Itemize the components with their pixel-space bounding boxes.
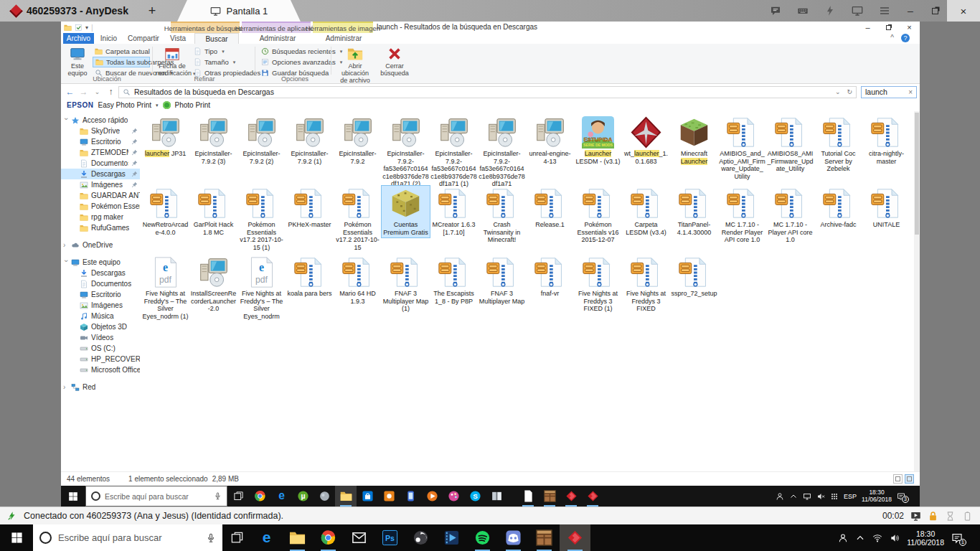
- file-item[interactable]: EpicInstaller-7.9.2-fa53e667c0164c1e8b93…: [382, 115, 430, 189]
- opciones-avanzadas-button[interactable]: Opciones avanzadas▾: [259, 57, 328, 67]
- tab-compartir[interactable]: Compartir: [123, 33, 164, 44]
- microphone-icon[interactable]: [206, 533, 216, 543]
- ribbon-collapse-button[interactable]: ^: [890, 34, 894, 42]
- cerrar-busqueda-button[interactable]: Cerrar búsqueda: [378, 45, 411, 77]
- file-item[interactable]: Crash Twinsanity in Minecraft!: [478, 186, 526, 245]
- abrir-ubicacion-button[interactable]: Abrir ubicación de archivo: [335, 45, 375, 77]
- file-item[interactable]: Five Nights at Freddy's – The Silver Eye…: [141, 255, 189, 321]
- file-item[interactable]: EpicInstaller-7.9.2 (1): [286, 115, 334, 166]
- minecraft-taskbar-button[interactable]: [529, 524, 560, 551]
- sidebar-item-ztemodem33[interactable]: ZTEMODEM33: [61, 147, 140, 158]
- tamano-button[interactable]: Tamaño▾: [192, 57, 253, 67]
- file-item[interactable]: unreal-engine-4-13: [526, 115, 574, 166]
- sidebar-item-skydrive[interactable]: SkyDrive: [61, 126, 140, 136]
- tab-inicio[interactable]: Inicio: [94, 33, 123, 44]
- anydesk-close-button[interactable]: ×: [947, 0, 980, 22]
- file-item[interactable]: UNITALE: [862, 186, 910, 230]
- file-item[interactable]: Carpeta LESDM (v3.4): [622, 186, 670, 237]
- show-hidden-icons-chevron[interactable]: [855, 533, 865, 543]
- store-taskbar-button[interactable]: [357, 486, 378, 507]
- file-item[interactable]: sspro_72_setup: [670, 255, 718, 299]
- anydesk-minimize-button[interactable]: –: [898, 0, 923, 22]
- sidebar-item-descargas[interactable]: Descargas: [61, 268, 140, 278]
- edge-taskbar-button[interactable]: [270, 486, 292, 507]
- explorer-taskbar-button[interactable]: [335, 486, 357, 507]
- sidebar-item-m-sica[interactable]: Música: [61, 311, 140, 321]
- tab-buscar[interactable]: Buscar: [194, 33, 239, 44]
- new-session-tab-button[interactable]: +: [140, 0, 164, 22]
- videoapp-taskbar-button[interactable]: [436, 524, 467, 551]
- anydesk-maximize-button[interactable]: [923, 0, 947, 22]
- file-item[interactable]: EpicInstaller-7.9.2-fa53e667c0164c1e8b93…: [430, 115, 478, 189]
- remote-start-button[interactable]: [61, 486, 85, 507]
- edge-taskbar-button[interactable]: [251, 524, 282, 551]
- file-item[interactable]: FNAF 3 Multiplayer Map (1): [382, 255, 430, 314]
- up-button[interactable]: ↑: [105, 87, 117, 97]
- file-item[interactable]: Archive-fadc: [814, 186, 862, 230]
- remote-task-view-button[interactable]: [227, 486, 249, 507]
- anydesk-taskbar-button[interactable]: [582, 486, 603, 507]
- file-item[interactable]: launcher JP31: [141, 115, 189, 159]
- tipo-button[interactable]: Tipo▾: [192, 46, 253, 57]
- sidebar-item-rpg-maker[interactable]: rpg maker: [61, 212, 140, 222]
- chevron-icon[interactable]: ›: [63, 385, 69, 390]
- busquedas-recientes-button[interactable]: Búsquedas recientes▾: [259, 46, 328, 57]
- file-item[interactable]: PKHeX-master: [286, 186, 334, 230]
- photo-print-button[interactable]: Photo Print: [175, 101, 210, 109]
- file-item[interactable]: koala para bers: [286, 255, 334, 299]
- local-search-box[interactable]: Escribe aquí para buscar: [33, 524, 222, 551]
- ps-taskbar-button[interactable]: [374, 524, 405, 551]
- file-item[interactable]: Tutorial Coc Server by Zebelek: [814, 115, 862, 174]
- file-item[interactable]: Release.1: [526, 186, 574, 230]
- mail-taskbar-button[interactable]: [344, 524, 374, 551]
- qat-customize-button[interactable]: ▾: [85, 24, 88, 31]
- chevron-icon[interactable]: ›: [63, 242, 69, 248]
- file-item[interactable]: MC 1.7.10 - Player API core 1.0: [766, 186, 814, 245]
- file-item[interactable]: InstallScreenRecorderLauncher-2.0: [189, 255, 237, 314]
- details-view-button[interactable]: [893, 474, 903, 484]
- file-item[interactable]: The Escapists 1_8 - By P8P: [430, 255, 478, 306]
- remote-search-box[interactable]: Escribe aquí para buscar: [85, 486, 227, 507]
- help-button[interactable]: ?: [901, 34, 910, 42]
- refresh-button[interactable]: ↻: [847, 88, 852, 95]
- sidebar-section-este-equipo[interactable]: ›Este equipo: [61, 257, 140, 268]
- properties-icon[interactable]: [75, 24, 83, 32]
- sidebar-item-im-genes[interactable]: Imágenes: [61, 300, 140, 311]
- file-item[interactable]: Pokémon Essentials v17.2 2017-10-15 (1): [237, 186, 286, 253]
- keyboard-button[interactable]: [789, 0, 816, 22]
- file-item[interactable]: GarPloit Hack 1.8 MC: [189, 186, 237, 237]
- anydesk-taskbar-button[interactable]: [560, 486, 582, 507]
- remote-action-center-button[interactable]: 3: [897, 492, 905, 501]
- local-start-button[interactable]: [0, 524, 33, 551]
- orangeapp-taskbar-button[interactable]: [378, 486, 400, 507]
- sidebar-item-rufugames[interactable]: RufuGames: [61, 222, 140, 233]
- language-indicator[interactable]: ESP: [844, 493, 857, 500]
- search-input[interactable]: launch ×: [861, 86, 917, 98]
- people-icon[interactable]: [838, 533, 848, 543]
- file-item[interactable]: NewRetroArcade-4.0.0: [141, 186, 189, 237]
- file-item[interactable]: EpicInstaller-7.9.2 (3): [189, 115, 237, 166]
- volume-muted-icon[interactable]: [816, 492, 825, 501]
- chevron-icon[interactable]: ›: [63, 118, 69, 123]
- sidebar-item-escritorio[interactable]: Escritorio: [61, 136, 140, 147]
- sidebar-item-v-deos[interactable]: Vídeos: [61, 332, 140, 343]
- contextual-tab-application-tools[interactable]: Herramientas de aplicación: [242, 22, 311, 33]
- sidebar-item-os-c-[interactable]: OS (C:): [61, 343, 140, 354]
- sidebar-item-objetos-3d[interactable]: Objetos 3D: [61, 321, 140, 332]
- sidebar-item-im-genes[interactable]: Imágenes: [61, 179, 140, 190]
- file-item[interactable]: citra-nightly-master: [862, 115, 910, 166]
- lock-icon[interactable]: [928, 511, 938, 522]
- file-item[interactable]: AMIBIOS8_AMI_Firmware_Update_Utility: [766, 115, 814, 174]
- thumbnails-view-button[interactable]: [905, 474, 914, 484]
- clear-search-button[interactable]: ×: [908, 88, 913, 96]
- microphone-icon[interactable]: [214, 492, 222, 500]
- file-item[interactable]: Pokémon Essentials v16 2015-12-07: [574, 186, 622, 245]
- chrome-taskbar-button[interactable]: [249, 486, 270, 507]
- file-item[interactable]: TitanPanel-4.1.4.30000: [670, 186, 718, 237]
- network-icon[interactable]: [803, 492, 811, 501]
- local-clock[interactable]: 18:30 11/06/2018: [907, 529, 944, 547]
- anydesk-taskbar-button[interactable]: [560, 524, 590, 551]
- tab-administrar-2[interactable]: Administrar: [315, 33, 372, 44]
- vertical-scrollbar[interactable]: [914, 111, 920, 471]
- tab-administrar-1[interactable]: Administrar: [249, 33, 306, 44]
